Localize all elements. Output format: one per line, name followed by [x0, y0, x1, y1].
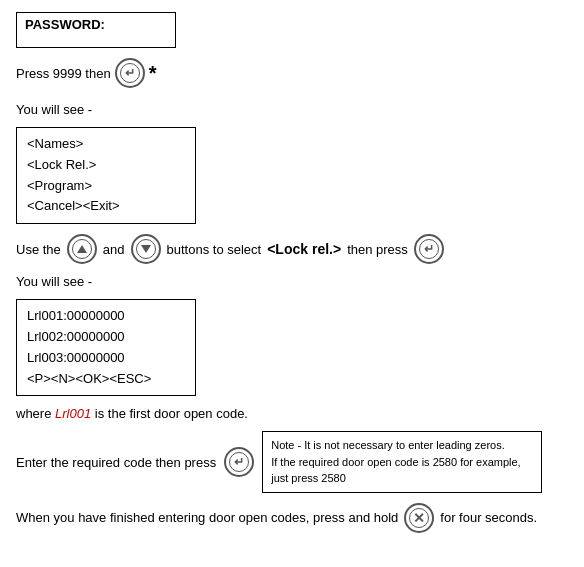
enter-icon-3: ↵ — [224, 447, 254, 477]
note-line-2: If the required door open code is 2580 f… — [271, 454, 533, 487]
use-buttons-line: Use the and buttons to select <Lock rel.… — [16, 234, 568, 264]
press-text: Press 9999 then — [16, 66, 111, 81]
enter-icon-1: ↵ — [115, 58, 145, 88]
up-arrow — [77, 245, 87, 253]
finish-prefix: When you have finished entering door ope… — [16, 510, 398, 525]
you-will-see-2: You will see - — [16, 274, 568, 289]
enter-arrow-1: ↵ — [125, 67, 135, 79]
lrl-row-2: Lrl002:00000000 — [27, 327, 185, 348]
lrl-row-1: Lrl001:00000000 — [27, 306, 185, 327]
menu-item-names: <Names> — [27, 134, 185, 155]
password-label: PASSWORD: — [16, 12, 176, 48]
lrl-row-nav: <P><N><OK><ESC> — [27, 369, 185, 390]
lrl001-highlight: Lrl001 — [55, 406, 91, 421]
where-lrl001-line: where Lrl001 is the first door open code… — [16, 406, 568, 421]
press-instruction-line: Press 9999 then ↵ * — [16, 58, 568, 88]
and-text: and — [103, 242, 125, 257]
finish-line: When you have finished entering door ope… — [16, 503, 568, 533]
enter-icon-2: ↵ — [414, 234, 444, 264]
lrl-row-3: Lrl003:00000000 — [27, 348, 185, 369]
down-arrow — [141, 245, 151, 253]
lock-rel-label: <Lock rel.> — [267, 241, 341, 257]
menu-box: <Names> <Lock Rel.> <Program> <Cancel><E… — [16, 127, 196, 224]
note-box: Note - It is not necessary to enter lead… — [262, 431, 542, 493]
where-suffix: is the first door open code. — [91, 406, 248, 421]
x-icon: ✕ — [413, 510, 425, 526]
enter-arrow-2: ↵ — [424, 243, 434, 255]
menu-item-program: <Program> — [27, 176, 185, 197]
you-will-see-1: You will see - — [16, 102, 568, 117]
note-line-1: Note - It is not necessary to enter lead… — [271, 437, 533, 454]
menu-item-lockrel: <Lock Rel.> — [27, 155, 185, 176]
up-arrow-icon — [67, 234, 97, 264]
use-text: Use the — [16, 242, 61, 257]
enter-code-line: Enter the required code then press ↵ Not… — [16, 431, 568, 493]
menu-item-cancel-exit: <Cancel><Exit> — [27, 196, 185, 217]
then-press-text: then press — [347, 242, 408, 257]
asterisk-symbol: * — [149, 62, 157, 85]
x-icon-circle: ✕ — [404, 503, 434, 533]
where-prefix: where — [16, 406, 55, 421]
buttons-text: buttons to select — [167, 242, 262, 257]
down-arrow-icon — [131, 234, 161, 264]
enter-arrow-3: ↵ — [234, 456, 244, 468]
lrl-box: Lrl001:00000000 Lrl002:00000000 Lrl003:0… — [16, 299, 196, 396]
enter-code-text: Enter the required code then press — [16, 455, 216, 470]
finish-suffix: for four seconds. — [440, 510, 537, 525]
